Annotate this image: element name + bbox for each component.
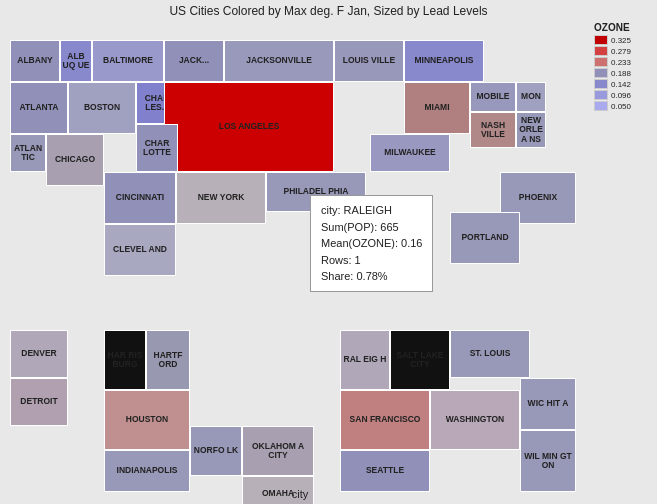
- legend-color-swatch: [594, 35, 608, 45]
- legend-value: 0.142: [611, 80, 631, 89]
- tile-jacksonville-short[interactable]: JACK...: [164, 40, 224, 82]
- tile-washington[interactable]: WASHINGTON: [430, 390, 520, 450]
- tile-atlanta[interactable]: ATLANTA: [10, 82, 68, 134]
- legend-color-swatch: [594, 57, 608, 67]
- tile-philadelphia[interactable]: PHILADEL PHIA: [266, 172, 366, 212]
- legend-item: 0.096: [594, 90, 649, 100]
- legend-value: 0.279: [611, 47, 631, 56]
- tile-minneapolis[interactable]: MINNEAPOLIS: [404, 40, 484, 82]
- legend-color-swatch: [594, 79, 608, 89]
- legend-color-swatch: [594, 46, 608, 56]
- tile-chicago[interactable]: CHICAGO: [46, 134, 104, 186]
- legend-item: 0.142: [594, 79, 649, 89]
- tile-mon[interactable]: MON: [516, 82, 546, 112]
- tile-albany[interactable]: ALBANY: [10, 40, 60, 82]
- chart-title: US Cities Colored by Max deg. F Jan, Siz…: [0, 0, 657, 20]
- tile-raleigh[interactable]: RAL EIG H: [340, 330, 390, 390]
- tile-jacksonville[interactable]: JACKSONVILLE: [224, 40, 334, 82]
- tile-cleveland[interactable]: CLEVEL AND: [104, 224, 176, 276]
- chart-container: US Cities Colored by Max deg. F Jan, Siz…: [0, 0, 657, 504]
- legend-color-swatch: [594, 68, 608, 78]
- tile-miami[interactable]: MIAMI: [404, 82, 470, 134]
- tile-milwaukee[interactable]: MILWAUKEE: [370, 134, 450, 172]
- tile-norfolk[interactable]: NORFO LK: [190, 426, 242, 476]
- tile-atlantic[interactable]: ATLANTIC: [10, 134, 46, 172]
- legend-item: 0.279: [594, 46, 649, 56]
- legend-value: 0.233: [611, 58, 631, 67]
- tile-hartford[interactable]: HARTF ORD: [146, 330, 190, 390]
- legend-value: 0.096: [611, 91, 631, 100]
- tile-wichita[interactable]: WIC HIT A: [520, 378, 576, 430]
- tile-denver[interactable]: DENVER: [10, 330, 68, 378]
- legend-value: 0.325: [611, 36, 631, 45]
- tile-nashville[interactable]: NASH VILLE: [470, 112, 516, 148]
- tile-wilmington[interactable]: WIL MIN GT ON: [520, 430, 576, 492]
- legend-item: 0.188: [594, 68, 649, 78]
- x-axis-label: city: [0, 488, 600, 500]
- tile-stlouis[interactable]: ST. LOUIS: [450, 330, 530, 378]
- tile-seattle[interactable]: SEATTLE: [340, 450, 430, 492]
- chart-area: ALBANYALB UQ UEBALTIMOREJACK...JACKSONVI…: [10, 40, 600, 500]
- tile-portland[interactable]: PORTLAND: [450, 212, 520, 264]
- tile-louisville[interactable]: LOUIS VILLE: [334, 40, 404, 82]
- legend-value: 0.188: [611, 69, 631, 78]
- tile-charlotte[interactable]: CHAR LOTTE: [136, 124, 178, 172]
- tile-albuquerque[interactable]: ALB UQ UE: [60, 40, 92, 82]
- tile-detroit[interactable]: DETROIT: [10, 378, 68, 426]
- legend-item: 0.050: [594, 101, 649, 111]
- legend: OZONE 0.3250.2790.2330.1880.1420.0960.05…: [594, 22, 649, 112]
- legend-title: OZONE: [594, 22, 649, 33]
- legend-item: 0.233: [594, 57, 649, 67]
- tile-losangeles[interactable]: LOS ANGELES: [164, 82, 334, 172]
- tile-baltimore[interactable]: BALTIMORE: [92, 40, 164, 82]
- tile-mobile[interactable]: MOBILE: [470, 82, 516, 112]
- tile-indianapolis[interactable]: INDIANAPOLIS: [104, 450, 190, 492]
- tile-sanfrancisco[interactable]: SAN FRANCISCO: [340, 390, 430, 450]
- legend-value: 0.050: [611, 102, 631, 111]
- tile-saltlake[interactable]: SALT LAKE CITY: [390, 330, 450, 390]
- tile-harrisburg[interactable]: HAR RIS BURG: [104, 330, 146, 390]
- tile-newyork[interactable]: NEW YORK: [176, 172, 266, 224]
- tile-oklahoma[interactable]: OKLAHOM A CITY: [242, 426, 314, 476]
- legend-item: 0.325: [594, 35, 649, 45]
- legend-color-swatch: [594, 90, 608, 100]
- tile-boston[interactable]: BOSTON: [68, 82, 136, 134]
- tile-houston[interactable]: HOUSTON: [104, 390, 190, 450]
- legend-color-swatch: [594, 101, 608, 111]
- tile-neworleans[interactable]: NEW ORLEA NS: [516, 112, 546, 148]
- tile-cincinnati[interactable]: CINCINNATI: [104, 172, 176, 224]
